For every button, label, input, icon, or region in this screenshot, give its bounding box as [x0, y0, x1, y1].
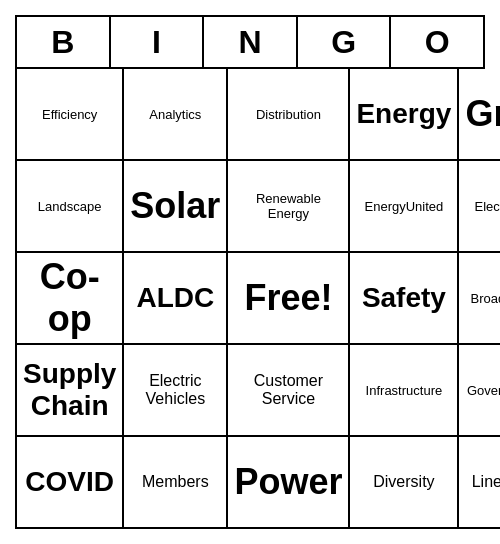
bingo-cell: Solar	[124, 161, 228, 253]
bingo-header: BINGO	[15, 15, 485, 69]
bingo-cell: Co-op	[17, 253, 124, 345]
bingo-cell: Electric Vehicles	[124, 345, 228, 437]
bingo-cell: COVID	[17, 437, 124, 529]
bingo-cell: Renewable Energy	[228, 161, 350, 253]
bingo-cell: Grid	[459, 69, 500, 161]
bingo-cell: Supply Chain	[17, 345, 124, 437]
bingo-cell: Diversity	[350, 437, 459, 529]
bingo-cell: Lineman	[459, 437, 500, 529]
bingo-cell: Landscape	[17, 161, 124, 253]
header-letter: G	[298, 17, 392, 69]
bingo-cell: Efficiency	[17, 69, 124, 161]
bingo-cell: ALDC	[124, 253, 228, 345]
bingo-cell: Broadband	[459, 253, 500, 345]
bingo-cell: Infrastructure	[350, 345, 459, 437]
bingo-cell: Power	[228, 437, 350, 529]
bingo-cell: Energy	[350, 69, 459, 161]
bingo-cell: Distribution	[228, 69, 350, 161]
bingo-cell: Analytics	[124, 69, 228, 161]
bingo-card: BINGO EfficiencyAnalyticsDistributionEne…	[15, 15, 485, 529]
bingo-cell: Electricity	[459, 161, 500, 253]
bingo-cell: Members	[124, 437, 228, 529]
bingo-cell: Customer Service	[228, 345, 350, 437]
header-letter: N	[204, 17, 298, 69]
header-letter: B	[17, 17, 111, 69]
bingo-grid: EfficiencyAnalyticsDistributionEnergyGri…	[15, 69, 485, 529]
bingo-cell: Free!	[228, 253, 350, 345]
bingo-cell: Safety	[350, 253, 459, 345]
bingo-cell: EnergyUnited	[350, 161, 459, 253]
header-letter: I	[111, 17, 205, 69]
header-letter: O	[391, 17, 485, 69]
bingo-cell: Governance	[459, 345, 500, 437]
